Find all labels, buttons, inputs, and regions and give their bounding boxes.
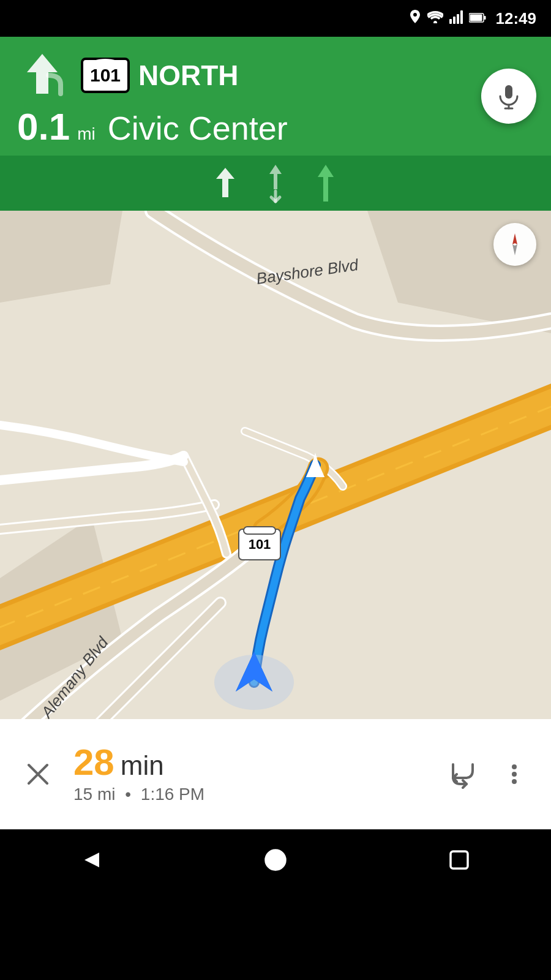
map-area[interactable]: 101 Bayshore Blvd Alemany Blvd Peralta <box>0 211 551 719</box>
svg-rect-5 <box>484 16 485 20</box>
eta-min-label: min <box>121 750 164 781</box>
map-svg: 101 Bayshore Blvd Alemany Blvd Peralta <box>0 211 551 719</box>
wifi-icon <box>427 11 443 26</box>
svg-text:101: 101 <box>249 537 271 552</box>
home-button[interactable] <box>257 842 294 878</box>
back-button[interactable] <box>73 842 110 878</box>
svg-marker-33 <box>84 853 99 867</box>
panel-actions <box>446 757 531 791</box>
svg-point-32 <box>512 779 517 784</box>
lane-straight-icon <box>310 162 341 205</box>
svg-rect-1 <box>453 17 455 24</box>
svg-rect-6 <box>470 14 482 21</box>
eta-details: 15 mi • 1:16 PM <box>73 785 446 804</box>
eta-arrival: 1:16 PM <box>141 785 204 804</box>
compass-button[interactable] <box>493 223 536 266</box>
svg-rect-0 <box>449 19 452 24</box>
close-icon <box>25 761 51 787</box>
eta-distance: 15 mi <box>73 785 115 804</box>
recents-button[interactable] <box>441 842 478 878</box>
eta-minutes: 28 <box>73 744 114 781</box>
close-button[interactable] <box>20 756 56 793</box>
more-options-button[interactable] <box>497 757 531 791</box>
mic-button[interactable] <box>481 69 536 124</box>
eta-separator: • <box>125 785 131 804</box>
distance-number: 0.1 <box>17 108 70 146</box>
lane-guidance <box>0 156 551 211</box>
signal-icon <box>449 10 463 27</box>
street-name: Civic Center <box>108 109 288 147</box>
android-nav-bar <box>0 829 551 891</box>
svg-rect-35 <box>451 851 468 869</box>
svg-marker-26 <box>512 233 517 244</box>
bottom-panel: 28 min 15 mi • 1:16 PM <box>0 719 551 829</box>
turn-arrow-icon <box>15 48 70 103</box>
time-display: 12:49 <box>496 9 537 28</box>
svg-point-31 <box>512 772 517 777</box>
nav-header: 101 NORTH 0.1 mi Civic Center <box>0 37 551 156</box>
svg-rect-2 <box>457 14 459 24</box>
route-number: 101 <box>90 66 121 85</box>
location-pin-icon <box>409 10 421 28</box>
svg-rect-3 <box>460 10 463 24</box>
highway-badge: 101 NORTH <box>81 58 239 93</box>
alternate-routes-button[interactable] <box>446 757 480 791</box>
distance-unit: mi <box>77 124 96 144</box>
battery-icon <box>469 12 486 26</box>
route-direction: NORTH <box>138 59 239 92</box>
eta-info: 28 min 15 mi • 1:16 PM <box>73 744 446 804</box>
route-shield: 101 <box>81 58 130 93</box>
lane-left-straight-icon <box>260 162 291 205</box>
svg-point-34 <box>266 850 285 870</box>
svg-rect-16 <box>244 527 276 534</box>
status-bar: 12:49 <box>0 0 551 37</box>
svg-marker-27 <box>512 244 517 255</box>
svg-rect-7 <box>505 85 512 99</box>
svg-point-30 <box>512 764 517 769</box>
lane-left-turn-icon <box>210 162 241 205</box>
